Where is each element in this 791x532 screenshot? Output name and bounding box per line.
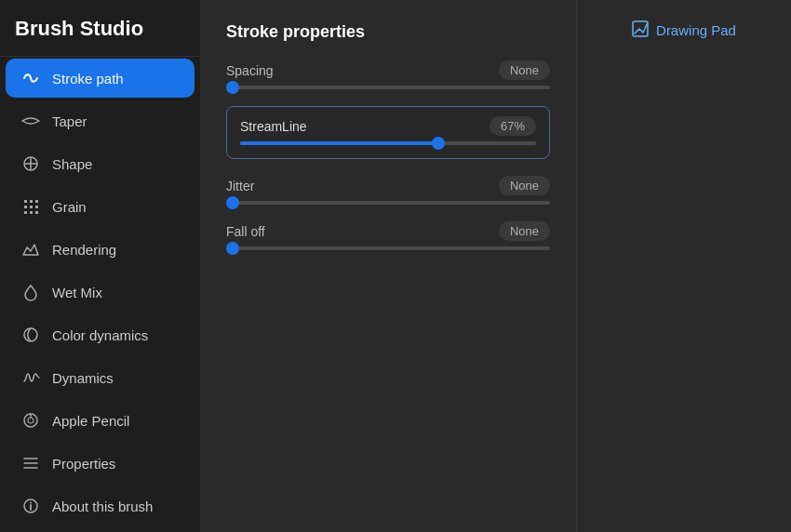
sidebar-item-label: Shape [52,156,92,172]
svg-point-21 [30,502,32,504]
sidebar-item-rendering[interactable]: Rendering [6,230,194,269]
spacing-badge: None [499,60,550,80]
svg-rect-4 [30,200,33,203]
sidebar-item-label: Dynamics [52,370,114,386]
svg-rect-10 [30,211,33,214]
sidebar-item-taper[interactable]: Taper [6,101,194,140]
falloff-slider-thumb[interactable] [226,242,239,255]
streamline-property: StreamLine 67% [226,106,550,159]
apple-pencil-icon [20,410,41,431]
wet-mix-icon [20,282,41,302]
falloff-property: Fall off None [226,221,550,250]
sidebar-item-label: Taper [52,113,87,129]
jitter-badge: None [499,176,550,195]
sidebar-item-label: Grain [52,199,87,215]
streamline-label: StreamLine [240,119,307,134]
svg-point-12 [24,328,37,341]
drawing-pad-label: Drawing Pad [656,22,736,38]
spacing-slider-thumb[interactable] [226,81,239,94]
sidebar-item-dynamics[interactable]: Dynamics [6,358,194,397]
spacing-label: Spacing [226,63,274,78]
svg-rect-11 [35,211,38,214]
sidebar-item-stroke-path[interactable]: Stroke path [6,59,194,98]
streamline-row: StreamLine 67% [240,116,536,136]
right-panel: Drawing Pad [577,0,791,532]
rendering-icon [20,239,41,259]
sidebar-item-label: About this brush [52,499,153,514]
sidebar-item-label: Wet Mix [52,285,102,300]
sidebar: Brush Studio Stroke path Taper Shape [0,0,200,532]
section-title: Stroke properties [226,22,550,42]
svg-rect-8 [35,206,38,208]
svg-rect-7 [30,206,33,208]
sidebar-item-label: Stroke path [52,71,124,86]
color-dynamics-icon [20,325,41,345]
svg-point-14 [28,418,34,423]
stroke-path-icon [20,68,41,88]
dynamics-icon [20,367,41,388]
app-title: Brush Studio [0,0,200,57]
sidebar-item-properties[interactable]: Properties [6,444,194,483]
about-brush-icon [20,496,41,516]
svg-rect-3 [24,200,27,203]
drawing-pad-icon [632,20,649,40]
jitter-slider-track[interactable] [226,201,550,205]
svg-rect-9 [24,211,27,214]
sidebar-item-color-dynamics[interactable]: Color dynamics [6,315,194,354]
sidebar-item-label: Color dynamics [52,327,148,343]
spacing-row: Spacing None [226,60,550,80]
spacing-slider-track[interactable] [226,86,550,89]
sidebar-item-label: Apple Pencil [52,413,129,429]
streamline-slider-track[interactable] [240,141,536,145]
svg-rect-5 [35,200,38,203]
svg-rect-6 [24,206,27,208]
streamline-slider-thumb[interactable] [432,137,445,150]
streamline-badge: 67% [489,116,536,136]
sidebar-item-wet-mix[interactable]: Wet Mix [6,273,194,312]
falloff-slider-track[interactable] [226,246,550,250]
jitter-row: Jitter None [226,176,550,195]
drawing-pad-button[interactable]: Drawing Pad [621,15,747,46]
shape-icon [20,153,41,174]
falloff-row: Fall off None [226,221,550,241]
jitter-property: Jitter None [226,176,550,205]
sidebar-item-label: Properties [52,456,115,472]
taper-icon [20,111,41,131]
streamline-slider-fill [240,141,438,145]
spacing-property: Spacing None [226,60,550,89]
falloff-badge: None [499,221,550,241]
sidebar-item-apple-pencil[interactable]: Apple Pencil [6,401,194,440]
sidebar-item-about-brush[interactable]: About this brush [6,486,194,525]
grain-icon [20,196,41,217]
sidebar-item-shape[interactable]: Shape [6,144,194,183]
jitter-slider-thumb[interactable] [226,196,239,209]
main-content: Stroke properties Spacing None StreamLin… [200,0,577,532]
jitter-label: Jitter [226,179,254,193]
sidebar-item-grain[interactable]: Grain [6,187,194,226]
properties-icon [20,453,41,473]
sidebar-item-label: Rendering [52,242,116,258]
falloff-label: Fall off [226,224,265,239]
